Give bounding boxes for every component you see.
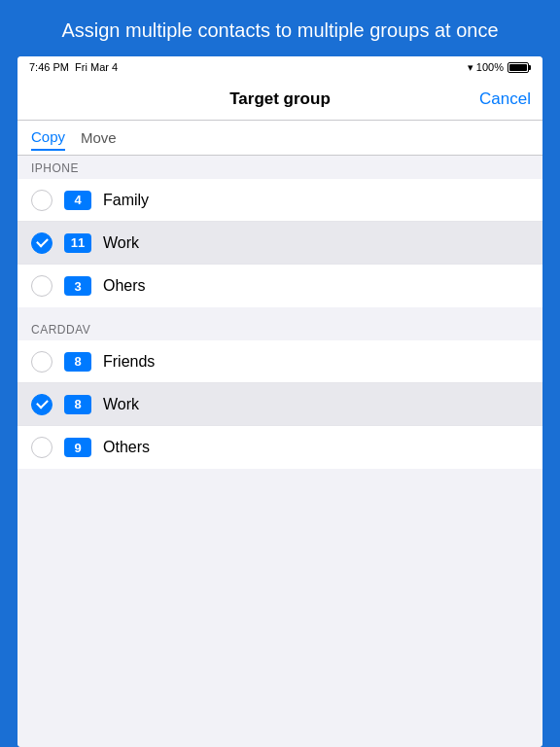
list-content: IPHONE 4 Family 11 Work 3 Ohers CARD bbox=[18, 156, 542, 747]
radio-friends[interactable] bbox=[31, 351, 52, 373]
item-name-others-iphone: Ohers bbox=[103, 277, 529, 295]
nav-title: Target group bbox=[229, 89, 331, 109]
wifi-icon: ▾ 100% bbox=[468, 61, 504, 74]
promo-banner: Assign multiple contacts to multiple gro… bbox=[0, 0, 560, 56]
section-header-iphone: IPHONE bbox=[18, 156, 542, 179]
iphone-group: 4 Family 11 Work 3 Ohers bbox=[18, 179, 542, 307]
item-name-family: Family bbox=[103, 192, 529, 209]
tab-move[interactable]: Move bbox=[81, 125, 117, 150]
battery-icon bbox=[508, 62, 531, 73]
badge-friends: 8 bbox=[64, 352, 91, 372]
item-name-work-carddav: Work bbox=[103, 396, 529, 413]
device-frame: 7:46 PM Fri Mar 4 ▾ 100% Target group Ca… bbox=[18, 56, 542, 747]
nav-bar: Target group Cancel bbox=[18, 78, 542, 121]
item-name-friends: Friends bbox=[103, 353, 529, 371]
radio-work-carddav[interactable] bbox=[31, 394, 52, 415]
tab-copy[interactable]: Copy bbox=[31, 124, 65, 151]
carddav-group: 8 Friends 8 Work 9 Others bbox=[18, 340, 542, 469]
section-spacer bbox=[18, 307, 542, 317]
radio-others-carddav[interactable] bbox=[31, 437, 52, 458]
badge-family: 4 bbox=[64, 191, 91, 210]
item-name-others-carddav: Others bbox=[103, 439, 529, 456]
badge-others-carddav: 9 bbox=[64, 438, 91, 457]
tab-bar: Copy Move bbox=[18, 121, 542, 156]
status-time: 7:46 PM Fri Mar 4 bbox=[29, 61, 118, 73]
list-item[interactable]: 8 Friends bbox=[18, 340, 542, 383]
status-right: ▾ 100% bbox=[468, 61, 531, 74]
status-bar: 7:46 PM Fri Mar 4 ▾ 100% bbox=[18, 56, 542, 78]
cancel-button[interactable]: Cancel bbox=[479, 89, 531, 109]
badge-work-carddav: 8 bbox=[64, 395, 91, 414]
list-item[interactable]: 11 Work bbox=[18, 222, 542, 265]
list-item[interactable]: 8 Work bbox=[18, 383, 542, 426]
badge-work-iphone: 11 bbox=[64, 233, 91, 253]
list-item[interactable]: 4 Family bbox=[18, 179, 542, 222]
item-name-work-iphone: Work bbox=[103, 234, 529, 252]
list-item[interactable]: 9 Others bbox=[18, 426, 542, 469]
radio-work-iphone[interactable] bbox=[31, 232, 52, 254]
list-item[interactable]: 3 Ohers bbox=[18, 265, 542, 307]
section-header-carddav: CARDDAV bbox=[18, 317, 542, 340]
badge-others-iphone: 3 bbox=[64, 276, 91, 296]
radio-family[interactable] bbox=[31, 190, 52, 211]
radio-others-iphone[interactable] bbox=[31, 275, 52, 297]
